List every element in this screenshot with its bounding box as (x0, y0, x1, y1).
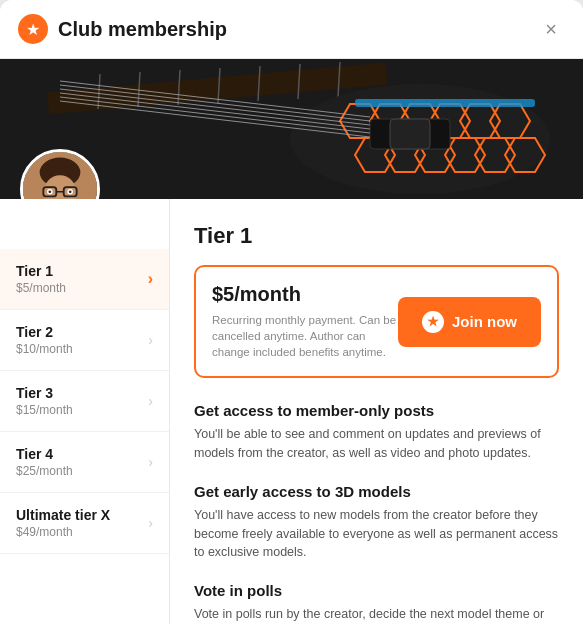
svg-rect-25 (390, 119, 430, 149)
sidebar-item-tier3[interactable]: Tier 3 $15/month › (0, 371, 169, 432)
tierx-price: $49/month (16, 525, 110, 539)
svg-text:★: ★ (26, 21, 40, 38)
avatar-image (23, 152, 97, 199)
benefit2-title: Get early access to 3D models (194, 483, 559, 500)
price-description: Recurring monthly payment. Can be cancel… (212, 312, 398, 360)
sidebar-item-tier4[interactable]: Tier 4 $25/month › (0, 432, 169, 493)
chevron-right-icon: › (148, 393, 153, 409)
benefit3-desc: Vote in polls run by the creator, decide… (194, 605, 559, 624)
join-star-icon: ★ (422, 311, 444, 333)
sidebar: Tier 1 $5/month › Tier 2 $10/month › Tie… (0, 199, 170, 624)
benefit2-desc: You'll have access to new models from th… (194, 506, 559, 562)
club-icon: ★ (18, 14, 48, 44)
svg-point-42 (48, 190, 51, 193)
sidebar-item-tier2[interactable]: Tier 2 $10/month › (0, 310, 169, 371)
tier2-name: Tier 2 (16, 324, 73, 340)
benefit-section-2: Get early access to 3D models You'll hav… (194, 483, 559, 562)
benefit-section-1: Get access to member-only posts You'll b… (194, 402, 559, 463)
svg-point-43 (69, 190, 72, 193)
close-button[interactable]: × (537, 15, 565, 43)
sidebar-item-tierx[interactable]: Ultimate tier X $49/month › (0, 493, 169, 554)
modal: ★ Club membership × (0, 0, 583, 624)
chevron-right-icon: › (148, 515, 153, 531)
tier1-price: $5/month (16, 281, 66, 295)
selected-tier-title: Tier 1 (194, 223, 559, 249)
chevron-right-icon: › (148, 332, 153, 348)
tier1-name: Tier 1 (16, 263, 66, 279)
tier4-name: Tier 4 (16, 446, 73, 462)
chevron-right-icon: › (148, 454, 153, 470)
modal-header: ★ Club membership × (0, 0, 583, 59)
benefit1-title: Get access to member-only posts (194, 402, 559, 419)
benefit1-desc: You'll be able to see and comment on upd… (194, 425, 559, 463)
price-amount: $5/month (212, 283, 398, 306)
tier3-name: Tier 3 (16, 385, 73, 401)
tierx-name: Ultimate tier X (16, 507, 110, 523)
join-now-button[interactable]: ★ Join now (398, 297, 541, 347)
sidebar-item-tier1[interactable]: Tier 1 $5/month › (0, 249, 169, 310)
svg-rect-32 (355, 99, 535, 107)
tier2-price: $10/month (16, 342, 73, 356)
price-card: $5/month Recurring monthly payment. Can … (194, 265, 559, 378)
benefit-section-3: Vote in polls Vote in polls run by the c… (194, 582, 559, 624)
modal-body: Tier 1 $5/month › Tier 2 $10/month › Tie… (0, 199, 583, 624)
banner (0, 59, 583, 199)
tier3-price: $15/month (16, 403, 73, 417)
benefit3-title: Vote in polls (194, 582, 559, 599)
join-button-label: Join now (452, 313, 517, 330)
chevron-right-icon: › (148, 270, 153, 288)
main-content: Tier 1 $5/month Recurring monthly paymen… (170, 199, 583, 624)
tier4-price: $25/month (16, 464, 73, 478)
header-title: Club membership (58, 18, 537, 41)
